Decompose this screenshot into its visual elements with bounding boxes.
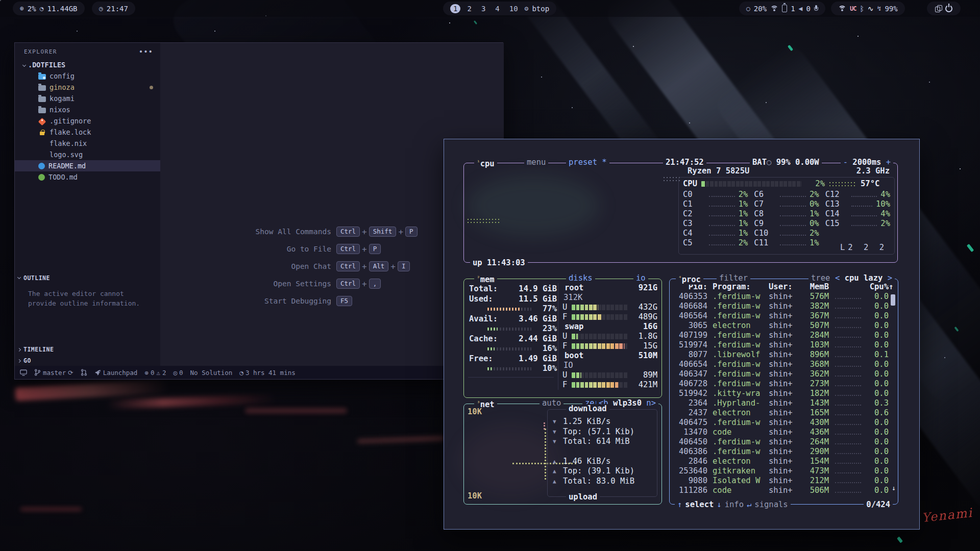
core-row: C7 0%: [754, 199, 819, 209]
explorer-item[interactable]: config: [15, 70, 160, 82]
cpu-box-title[interactable]: ¹cpu: [474, 158, 497, 169]
solution-status[interactable]: No Solution: [190, 369, 233, 377]
launchpad-button[interactable]: Launchpad: [94, 369, 138, 377]
process-row[interactable]: 406654 .ferdium-w shin+ 368M 0.0: [670, 360, 898, 369]
workspace-button[interactable]: 4: [492, 4, 502, 13]
proc-box-title[interactable]: ⁴proc: [676, 273, 703, 285]
process-row[interactable]: 406347 .ferdium-w shin+ 362M 0.0: [670, 369, 898, 379]
tree-button[interactable]: tree: [808, 273, 832, 283]
up-arrow-icon: ▲: [553, 477, 559, 486]
mem-entry: Free: 1.49 GiB 10%: [469, 354, 557, 374]
power-icon[interactable]: [945, 5, 952, 12]
process-row[interactable]: 3065 electron shin+ 507M 0.0: [670, 321, 898, 331]
explorer-item[interactable]: logo.svg: [15, 149, 160, 160]
uc-tray-icon[interactable]: UC: [850, 5, 856, 12]
remote-window-button[interactable]: [20, 369, 27, 376]
git-branch-button[interactable]: master ⟳: [34, 369, 74, 377]
tree-root-dotfiles[interactable]: .DOTFILES: [15, 59, 160, 70]
explorer-more-actions-icon[interactable]: •••: [139, 47, 153, 56]
pull-request-button[interactable]: [81, 369, 87, 376]
process-row[interactable]: 8077 .librewolf shin+ 896M 0.1: [670, 350, 898, 360]
explorer-item[interactable]: .gitignore: [15, 115, 160, 127]
up-key-icon: ↑: [677, 500, 682, 510]
process-row[interactable]: 2846 electron shin+ 154M 0.0: [670, 457, 898, 466]
microphone-icon[interactable]: [814, 5, 818, 12]
shortcut-label: Start Debugging: [191, 296, 331, 306]
disks-toggle[interactable]: disks: [566, 273, 595, 283]
io-toggle[interactable]: io: [633, 273, 648, 283]
upload-speed: 1.46 KiB/s: [563, 457, 610, 466]
down-arrow-icon: ▼: [553, 417, 559, 427]
proc-footer-controls[interactable]: ↑ select ↓ info ↵ signals: [675, 500, 791, 510]
preset-button[interactable]: preset *: [566, 158, 609, 167]
chevron-right-icon: [17, 347, 21, 351]
keyboard-layout: 1: [791, 5, 795, 13]
net-auto-button[interactable]: auto: [540, 398, 564, 408]
tray-pill[interactable]: UC ᛒ ∿ ↯ 99%: [831, 2, 905, 15]
indicators-pill[interactable]: ○ 20% 1 ◀ 0: [739, 2, 825, 15]
clipboard-icon[interactable]: [935, 5, 942, 12]
explorer-item[interactable]: nixos: [15, 104, 160, 115]
process-row[interactable]: 406450 .ferdium-w shin+ 264M 0.0: [670, 437, 898, 447]
process-row[interactable]: 406564 .ferdium-w shin+ 367M 0.0: [670, 311, 898, 321]
proc-scrollbar-thumb[interactable]: [891, 294, 895, 306]
process-box: ⁴proc filter tree < cpu lazy > Pid: Prog…: [669, 279, 898, 505]
system-stats-pill[interactable]: ⊕ 2% ◔ 11.44GB: [13, 2, 85, 15]
problems-button[interactable]: ⊗ 0 ⚠ 2: [144, 369, 166, 377]
core-row: C1 1%: [683, 199, 748, 209]
menu-button[interactable]: menu: [524, 158, 548, 167]
sort-direction-icon: ↑: [889, 282, 897, 292]
process-row[interactable]: 406386 .ferdium-w shin+ 290M 0.0: [670, 447, 898, 457]
process-row[interactable]: 519974 .ferdium-w shin+ 103M 0.0: [670, 340, 898, 350]
error-count: 0: [151, 369, 155, 377]
proc-header-row[interactable]: Pid: Program: User: MemB Cpu% ↑: [670, 282, 898, 292]
mem-box-title[interactable]: ²mem: [474, 273, 497, 285]
idle-inhibitor-icon[interactable]: ○: [746, 5, 750, 12]
process-row[interactable]: 2364 .Hyprland- shin+ 143M 0.3: [670, 398, 898, 408]
explorer-item[interactable]: flake.lock: [15, 127, 160, 138]
speaker-icon[interactable]: ◀: [799, 5, 803, 12]
process-row[interactable]: 253640 gitkraken shin+ 473M 0.0: [670, 466, 898, 476]
time-tracker[interactable]: ◔ 3 hrs 41 mins: [239, 369, 295, 377]
workspace-button[interactable]: 2: [464, 4, 474, 13]
process-row[interactable]: 111286 code shin+ 506M 0.0: [670, 486, 898, 495]
process-row[interactable]: 2437 electron shin+ 165M 0.6: [670, 408, 898, 418]
explorer-item[interactable]: README.md: [15, 160, 160, 171]
timeline-section-header[interactable]: TIMELINE: [15, 344, 160, 355]
sort-control[interactable]: < cpu lazy >: [832, 273, 895, 283]
process-row[interactable]: 406353 .ferdium-w shin+ 576M 0.0: [670, 292, 898, 302]
workspace-button[interactable]: 1: [450, 4, 460, 13]
process-row[interactable]: 406684 .ferdium-w shin+ 382M 0.0: [670, 302, 898, 311]
scroll-down-icon[interactable]: ↓: [892, 483, 896, 493]
filter-button[interactable]: filter: [717, 273, 750, 283]
disk-used-meter: [572, 372, 628, 378]
status-bar-waybar: ⊕ 2% ◔ 11.44GB ◷ 21:47 123410 ⚙ btop ○ 2…: [0, 0, 980, 17]
recording-indicator-icon[interactable]: ∿: [868, 5, 874, 13]
explorer-item[interactable]: TODO.md: [15, 171, 160, 183]
process-row[interactable]: 407199 .ferdium-w shin+ 284M 0.0: [670, 331, 898, 340]
workspace-button[interactable]: 10: [506, 4, 521, 13]
file-icon: [38, 108, 46, 113]
workspace-button[interactable]: 3: [478, 4, 488, 13]
explorer-item[interactable]: ginoza: [15, 82, 160, 93]
clock-pill[interactable]: ◷ 21:47: [92, 2, 135, 15]
workspaces-pill: 123410 ⚙ btop: [443, 2, 556, 15]
outline-section-header[interactable]: OUTLINE: [15, 272, 160, 284]
process-row[interactable]: 13470 code shin+ 436M 0.0: [670, 428, 898, 437]
process-row[interactable]: 406728 .ferdium-w shin+ 273M 0.0: [670, 379, 898, 389]
file-icon: [38, 140, 46, 147]
mem-total-label: Total:: [469, 284, 498, 294]
warning-count: 2: [162, 369, 166, 377]
file-icon: [38, 163, 45, 169]
explorer-item[interactable]: flake.nix: [15, 138, 160, 149]
process-row[interactable]: 9080 Isolated W shin+ 212M 0.0: [670, 476, 898, 486]
cpu-usage-value: 2%: [28, 5, 36, 13]
process-row[interactable]: 519942 .kitty-wra shin+ 182M 0.0: [670, 389, 898, 398]
go-section-header[interactable]: GO: [15, 355, 160, 366]
file-icon: [38, 74, 46, 80]
process-row[interactable]: 406475 .ferdium-w shin+ 430M 0.0: [670, 418, 898, 428]
bluetooth-icon[interactable]: ᛒ: [860, 5, 864, 13]
network-tray-icon[interactable]: [838, 6, 846, 12]
explorer-item[interactable]: kogami: [15, 93, 160, 104]
ports-button[interactable]: ◎ 0: [174, 369, 183, 377]
